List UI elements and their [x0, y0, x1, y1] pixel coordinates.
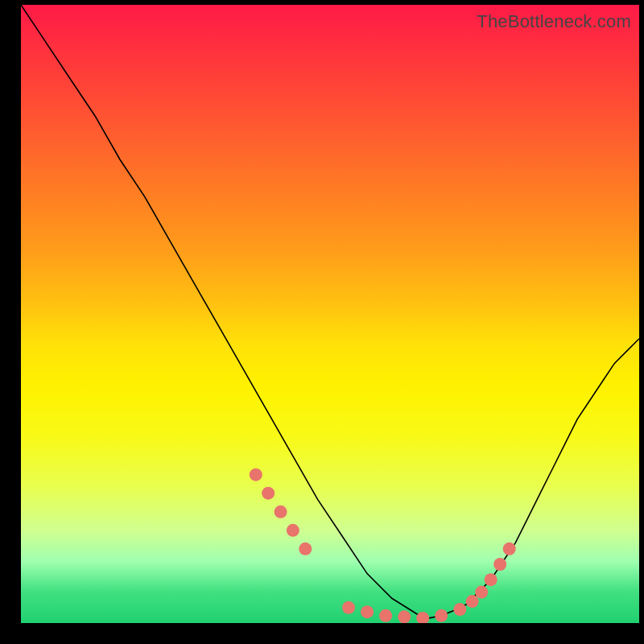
highlight-dot	[398, 610, 411, 623]
right-curve	[429, 339, 639, 618]
left-curve	[21, 5, 429, 618]
highlight-dot	[453, 603, 466, 616]
highlight-dot	[435, 609, 448, 622]
highlight-dot	[275, 506, 287, 518]
highlight-dots	[250, 469, 516, 623]
highlight-dot	[299, 543, 312, 555]
highlight-dot	[503, 543, 516, 555]
highlight-dot	[379, 609, 392, 622]
plot-area: TheBottleneck.com	[21, 5, 639, 623]
highlight-dot	[342, 601, 355, 614]
highlight-dot	[466, 595, 479, 608]
chart-container: TheBottleneck.com	[0, 0, 644, 644]
highlight-dot	[493, 558, 506, 571]
highlight-dot	[262, 487, 275, 500]
highlight-dot	[361, 605, 374, 618]
highlight-dot	[416, 612, 429, 623]
highlight-dot	[250, 469, 262, 481]
highlight-dot	[287, 524, 299, 537]
chart-svg	[21, 5, 639, 623]
highlight-dot	[485, 573, 497, 586]
highlight-dot	[475, 586, 488, 599]
